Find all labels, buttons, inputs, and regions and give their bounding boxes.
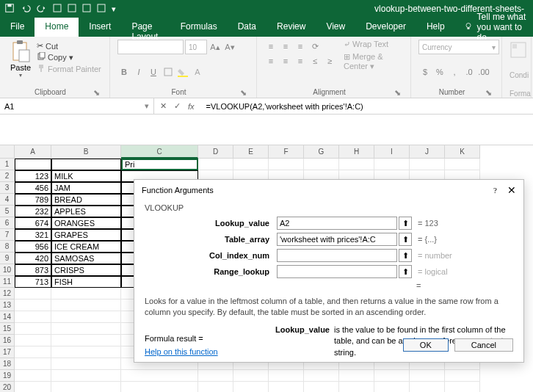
currency-icon[interactable]: $	[418, 65, 432, 79]
cell[interactable]	[233, 159, 269, 170]
cell[interactable]	[304, 159, 339, 170]
cancel-button[interactable]: Cancel	[454, 338, 513, 352]
cell[interactable]: 789	[15, 194, 51, 206]
cell[interactable]: ORANGES	[51, 217, 121, 229]
bold-button[interactable]: B	[117, 65, 131, 79]
merge-center-button[interactable]: ⊞ Merge & Center ▾	[344, 52, 403, 71]
cell[interactable]	[51, 159, 121, 170]
table-array-input[interactable]	[277, 233, 397, 246]
increase-indent-icon[interactable]: ≥	[323, 54, 336, 68]
cell[interactable]: 456	[15, 182, 51, 194]
lookup-value-input[interactable]	[277, 217, 397, 230]
cell[interactable]	[233, 370, 269, 382]
cell[interactable]	[51, 358, 121, 370]
select-all-corner[interactable]	[0, 145, 15, 159]
cell[interactable]: CRISPS	[51, 264, 121, 276]
column-header[interactable]: A	[15, 145, 51, 159]
cell[interactable]	[51, 382, 121, 392]
cancel-formula-icon[interactable]: ✕	[160, 101, 167, 111]
cell[interactable]: APPLES	[51, 206, 121, 217]
row-header[interactable]: 13	[0, 300, 15, 311]
qat-icon[interactable]	[97, 4, 106, 14]
cell[interactable]	[198, 382, 233, 392]
increase-decimal-icon[interactable]: .0	[463, 65, 476, 79]
name-box[interactable]: A1 ▾	[0, 98, 154, 114]
qat-icon[interactable]	[68, 4, 76, 14]
decrease-decimal-icon[interactable]: .00	[477, 65, 490, 79]
collapse-dialog-icon[interactable]: ⬆	[399, 249, 412, 262]
cell[interactable]	[51, 323, 121, 335]
cell[interactable]: 321	[15, 229, 51, 241]
cell[interactable]	[15, 159, 51, 170]
tab-file[interactable]: File	[0, 18, 35, 37]
cell[interactable]	[15, 370, 51, 382]
cell[interactable]	[15, 382, 51, 392]
cut-button[interactable]: ✂Cut	[37, 41, 101, 51]
cell[interactable]	[445, 370, 480, 382]
cell[interactable]	[374, 370, 410, 382]
tab-home[interactable]: Home	[35, 18, 79, 37]
cell[interactable]	[269, 159, 304, 170]
cell[interactable]: FISH	[51, 276, 121, 288]
cell[interactable]	[374, 382, 410, 392]
align-right-icon[interactable]: ≡	[294, 54, 307, 68]
cell[interactable]	[51, 300, 121, 311]
percent-icon[interactable]: %	[433, 65, 446, 79]
cell[interactable]	[198, 370, 233, 382]
cell[interactable]	[445, 382, 480, 392]
chevron-down-icon[interactable]: ▾	[112, 4, 116, 14]
row-header[interactable]: 12	[0, 288, 15, 300]
row-header[interactable]: 4	[0, 194, 15, 206]
cell[interactable]	[304, 370, 339, 382]
cell[interactable]: 873	[15, 264, 51, 276]
cell[interactable]	[15, 346, 51, 358]
decrease-font-icon[interactable]: A▾	[223, 40, 236, 54]
column-header[interactable]: K	[445, 145, 480, 159]
paste-button[interactable]: Paste ▾	[7, 40, 34, 79]
cell[interactable]	[445, 159, 480, 170]
cell[interactable]: GRAPES	[51, 229, 121, 241]
tab-insert[interactable]: Insert	[79, 18, 121, 37]
help-icon[interactable]: ?	[493, 186, 497, 195]
cell[interactable]	[269, 382, 304, 392]
save-icon[interactable]	[4, 3, 15, 15]
row-header[interactable]: 8	[0, 241, 15, 253]
cell[interactable]	[410, 370, 445, 382]
cell[interactable]	[339, 370, 374, 382]
dialog-launcher-icon[interactable]: ⬊	[394, 88, 403, 97]
cell[interactable]	[15, 335, 51, 346]
row-header[interactable]: 2	[0, 170, 15, 182]
cell[interactable]: ICE CREAM	[51, 241, 121, 253]
number-format-select[interactable]: Currency▾	[418, 40, 499, 54]
row-header[interactable]: 18	[0, 358, 15, 370]
dialog-launcher-icon[interactable]: ⬊	[93, 88, 102, 97]
cell[interactable]: Pri	[121, 159, 198, 170]
group-cond-format[interactable]: Condi Forma	[502, 37, 532, 98]
orientation-icon[interactable]: ⟳	[308, 40, 322, 53]
row-header[interactable]: 17	[0, 346, 15, 358]
tab-developer[interactable]: Developer	[355, 18, 416, 37]
fill-color-button[interactable]	[176, 65, 189, 79]
column-header[interactable]: J	[410, 145, 445, 159]
align-middle-icon[interactable]: ≡	[279, 40, 292, 53]
cell[interactable]	[51, 311, 121, 323]
cell[interactable]	[233, 382, 269, 392]
fx-icon[interactable]: fx	[188, 102, 195, 111]
cell[interactable]	[51, 346, 121, 358]
row-header[interactable]: 9	[0, 253, 15, 264]
row-header[interactable]: 7	[0, 229, 15, 241]
cell[interactable]: 123	[15, 170, 51, 182]
qat-icon[interactable]	[82, 4, 91, 14]
cell[interactable]	[121, 382, 198, 392]
cell[interactable]	[121, 370, 198, 382]
cell[interactable]: 956	[15, 241, 51, 253]
row-header[interactable]: 6	[0, 217, 15, 229]
column-header[interactable]: B	[51, 145, 121, 159]
formula-bar[interactable]: =VLOOKUP(A2,'worksheet with prices'!A:C)	[200, 98, 533, 114]
column-header[interactable]: C	[121, 145, 198, 159]
row-header[interactable]: 14	[0, 311, 15, 323]
tab-page-layout[interactable]: Page Layout	[121, 18, 170, 37]
cell[interactable]	[304, 382, 339, 392]
cell[interactable]	[339, 382, 374, 392]
cell[interactable]: 232	[15, 206, 51, 217]
